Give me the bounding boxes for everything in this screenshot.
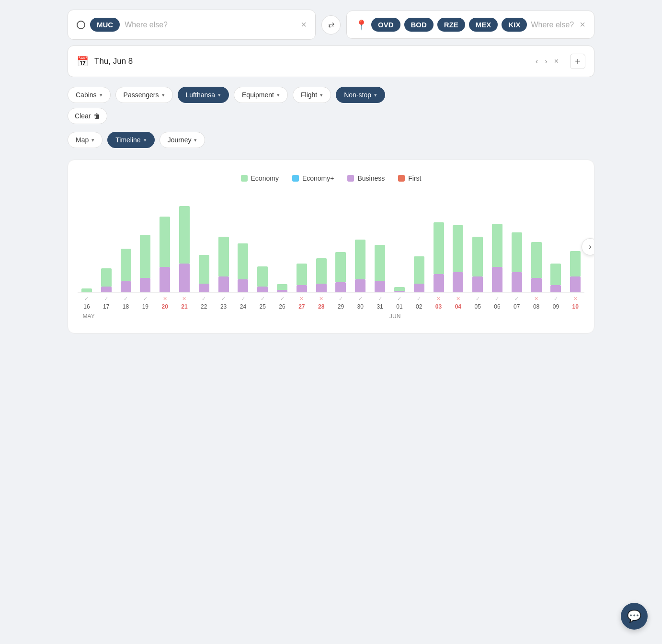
date-close-btn[interactable]: × [552, 56, 560, 67]
x-axis: ✓16✓17✓18✓19✕20✕21✓22✓23✓24✓25✓26✕27✕28✓… [78, 292, 584, 311]
x-col: ✓05 [468, 296, 487, 310]
bar-group[interactable] [97, 268, 115, 292]
bar-group[interactable] [468, 237, 487, 292]
x-day-label: 09 [553, 303, 559, 310]
bar-group[interactable] [527, 242, 546, 292]
may-label: MAY [83, 313, 95, 320]
origin-circle-icon [77, 21, 85, 29]
map-view-btn[interactable]: Map ▾ [68, 132, 103, 148]
bar-chart [78, 196, 584, 292]
bar-group[interactable] [371, 245, 389, 292]
bar-group[interactable] [410, 256, 428, 292]
x-day-label: 06 [494, 303, 500, 310]
x-day-label: 21 [181, 303, 187, 310]
x-col: ✓18 [117, 296, 135, 310]
dest-chip-kix[interactable]: KIX [502, 18, 527, 32]
x-day-label: 08 [533, 303, 539, 310]
bar-group[interactable] [253, 266, 272, 292]
journey-view-btn[interactable]: Journey ▾ [160, 132, 205, 148]
nonstop-filter[interactable]: Non-stop ▾ [336, 87, 385, 103]
bar-group[interactable] [351, 240, 369, 292]
x-day-label: 16 [83, 303, 90, 310]
flight-filter[interactable]: Flight ▾ [293, 87, 331, 103]
unavailable-x-icon: ✕ [573, 296, 578, 302]
available-check-icon: ✓ [378, 296, 382, 302]
unavailable-x-icon: ✕ [456, 296, 460, 302]
bar-group[interactable] [293, 264, 311, 292]
dest-chip-bod[interactable]: BOD [404, 18, 434, 32]
bar-group[interactable] [566, 251, 584, 292]
available-check-icon: ✓ [104, 296, 108, 302]
bar-group[interactable] [430, 222, 448, 292]
nonstop-chevron: ▾ [374, 92, 377, 98]
x-day-label: 29 [338, 303, 344, 310]
cabins-chevron: ▾ [100, 92, 103, 98]
x-day-label: 20 [161, 303, 168, 310]
nonstop-label: Non-stop [344, 91, 371, 99]
x-day-label: 01 [396, 303, 402, 310]
dest-chip-ovd[interactable]: OVD [371, 18, 400, 32]
swap-button[interactable]: ⇄ [321, 15, 341, 34]
timeline-view-btn[interactable]: Timeline ▾ [107, 132, 154, 148]
bar-group[interactable] [156, 217, 174, 292]
business-dot [347, 175, 354, 182]
cabins-filter[interactable]: Cabins ▾ [68, 87, 111, 103]
date-next-btn[interactable]: › [543, 56, 549, 67]
dest-close-btn[interactable]: × [580, 19, 585, 30]
x-col: ✓02 [410, 296, 428, 310]
x-col: ✓16 [78, 296, 96, 310]
date-prev-btn[interactable]: ‹ [534, 56, 540, 67]
legend-economy-plus: Economy+ [292, 174, 334, 182]
equipment-filter[interactable]: Equipment ▾ [234, 87, 288, 103]
bar-group[interactable] [136, 235, 154, 292]
bar-group[interactable] [117, 249, 135, 292]
dest-chip-rze[interactable]: RZE [437, 18, 465, 32]
x-col: ✓23 [215, 296, 233, 310]
bar-group[interactable] [175, 206, 194, 292]
unavailable-x-icon: ✕ [534, 296, 538, 302]
dest-where-else[interactable]: Where else? [531, 21, 576, 29]
first-dot [398, 175, 405, 182]
airline-chevron: ▾ [218, 92, 221, 98]
available-check-icon: ✓ [261, 296, 265, 302]
bar-group[interactable] [547, 264, 565, 292]
bar-group[interactable] [449, 225, 467, 292]
origin-airport-chip[interactable]: MUC [90, 18, 120, 32]
available-check-icon: ✓ [84, 296, 89, 302]
bar-group[interactable] [195, 255, 213, 292]
legend-first: First [398, 174, 421, 182]
x-col: ✕20 [156, 296, 174, 310]
passengers-filter[interactable]: Passengers ▾ [115, 87, 173, 103]
x-col: ✓31 [371, 296, 389, 310]
available-check-icon: ✓ [476, 296, 480, 302]
x-day-label: 17 [103, 303, 109, 310]
available-check-icon: ✓ [143, 296, 148, 302]
bar-group[interactable] [78, 288, 96, 292]
journey-label: Journey [168, 136, 192, 144]
bar-group[interactable] [312, 258, 331, 292]
main-container: MUC Where else? × ⇄ 📍 OVD BOD RZE MEX KI… [68, 10, 594, 334]
chat-button[interactable]: 💬 [621, 603, 648, 630]
bar-group[interactable] [332, 252, 350, 292]
airline-filter[interactable]: Lufthansa ▾ [178, 87, 229, 103]
clear-row: Clear 🗑 [68, 108, 594, 124]
clear-button[interactable]: Clear 🗑 [68, 108, 107, 124]
x-col: ✓06 [488, 296, 506, 310]
add-date-btn[interactable]: + [570, 54, 585, 69]
bar-group[interactable] [234, 243, 252, 292]
clear-label: Clear [75, 112, 91, 120]
available-check-icon: ✓ [124, 296, 128, 302]
chat-icon: 💬 [627, 610, 641, 623]
bar-group[interactable] [488, 224, 506, 292]
origin-close-btn[interactable]: × [301, 19, 307, 30]
origin-where-else[interactable]: Where else? [125, 21, 296, 29]
bar-group[interactable] [215, 237, 233, 292]
bar-group[interactable] [390, 287, 409, 292]
bar-group[interactable] [508, 232, 526, 292]
x-col: ✕28 [312, 296, 331, 310]
x-col: ✕21 [175, 296, 194, 310]
dest-chip-mex[interactable]: MEX [469, 18, 498, 32]
x-day-label: 03 [435, 303, 442, 310]
x-col: ✕10 [566, 296, 584, 310]
bar-group[interactable] [273, 284, 291, 292]
